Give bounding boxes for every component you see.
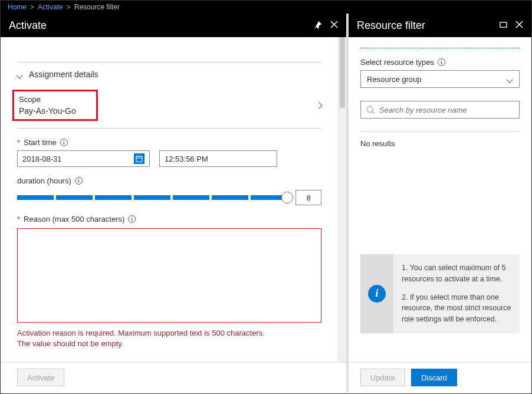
- info-banner: i 1. You can select maximum of 5 resourc…: [360, 254, 520, 333]
- breadcrumb-current: Resource filter: [74, 3, 120, 11]
- start-time-label: * Start time i: [17, 138, 321, 147]
- select-resource-types-label: Select resource types i: [360, 58, 520, 67]
- close-icon[interactable]: [515, 21, 523, 30]
- select-value: Resource group: [367, 75, 422, 84]
- close-icon[interactable]: [330, 21, 338, 31]
- info-icon[interactable]: i: [438, 58, 445, 66]
- breadcrumb-sep: >: [67, 3, 71, 11]
- time-value: 12:53:56 PM: [165, 155, 208, 163]
- search-field[interactable]: [379, 106, 513, 114]
- calendar-icon[interactable]: [134, 153, 145, 164]
- breadcrumb: Home > Activate > Resource filter: [1, 1, 531, 14]
- breadcrumb-home[interactable]: Home: [8, 3, 27, 11]
- info-icon[interactable]: i: [75, 177, 83, 185]
- reason-textarea[interactable]: [17, 228, 321, 323]
- resource-type-select[interactable]: Resource group: [360, 70, 520, 88]
- scope-label: Scope: [19, 95, 76, 104]
- activate-button[interactable]: Activate: [17, 369, 64, 386]
- slider-thumb[interactable]: [281, 192, 293, 203]
- duration-value[interactable]: 8: [295, 190, 321, 205]
- blade-header: Resource filter: [349, 14, 531, 37]
- error-text-1: Activation reason is required. Maximum s…: [17, 328, 321, 339]
- svg-rect-0: [136, 156, 142, 162]
- scrollbar-thumb[interactable]: [340, 37, 345, 108]
- duration-label: duration (hours) i: [17, 176, 321, 185]
- scrollbar[interactable]: [338, 37, 346, 362]
- info-icon[interactable]: i: [60, 139, 68, 146]
- no-results-text: No results: [360, 139, 520, 148]
- breadcrumb-activate[interactable]: Activate: [38, 3, 63, 11]
- resource-filter-blade: Resource filter Select resource types i …: [349, 14, 531, 392]
- resource-search-input[interactable]: [360, 101, 520, 119]
- duration-slider[interactable]: [17, 195, 287, 200]
- search-icon: [367, 106, 375, 114]
- scope-value: Pay-As-You-Go: [19, 106, 76, 116]
- assignment-details-toggle[interactable]: Assignment details: [17, 62, 321, 85]
- start-date-input[interactable]: 2018-08-31: [17, 150, 150, 167]
- info-text-2: 2. If you select more than one resource,…: [402, 292, 511, 325]
- info-text-1: 1. You can select maximum of 5 resources…: [402, 262, 511, 285]
- svg-rect-4: [500, 22, 507, 27]
- chevron-down-icon: [507, 76, 513, 82]
- start-time-input[interactable]: 12:53:56 PM: [159, 150, 277, 167]
- scope-highlight: Scope Pay-As-You-Go: [12, 90, 98, 121]
- error-text-2: The value should not be empty.: [17, 339, 321, 349]
- discard-button[interactable]: Discard: [411, 369, 457, 386]
- breadcrumb-sep: >: [30, 3, 34, 11]
- reason-label: * Reason (max 500 characters) i: [17, 215, 321, 224]
- scope-row[interactable]: Scope Pay-As-You-Go: [17, 85, 321, 129]
- update-button[interactable]: Update: [360, 369, 405, 386]
- activate-blade: Activate Assignment details Scope Pay-As…: [1, 14, 349, 392]
- info-icon[interactable]: i: [128, 215, 136, 223]
- chevron-right-icon: [317, 101, 321, 110]
- info-icon: i: [368, 285, 386, 303]
- blade-title: Resource filter: [357, 19, 425, 32]
- section-title: Assignment details: [29, 70, 98, 79]
- blade-header: Activate: [1, 14, 346, 37]
- maximize-icon[interactable]: [500, 21, 507, 30]
- pin-icon[interactable]: [314, 21, 322, 31]
- date-value: 2018-08-31: [22, 155, 62, 163]
- chevron-down-icon: [17, 71, 23, 77]
- blade-title: Activate: [9, 19, 47, 32]
